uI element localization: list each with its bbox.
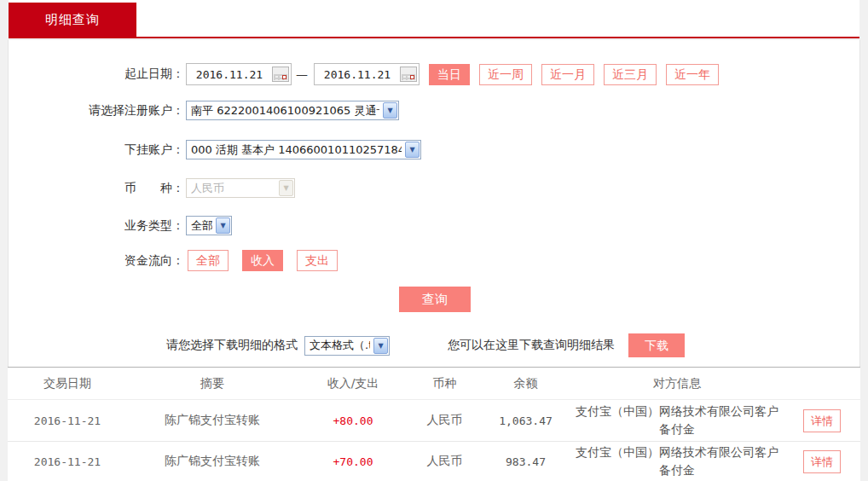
- cell-amount: +80.00: [298, 414, 408, 427]
- business-type-select[interactable]: 全部 ▼: [186, 216, 232, 235]
- header-counterparty: 对方信息: [570, 376, 784, 391]
- query-button[interactable]: 查询: [399, 287, 471, 312]
- currency-value: 人民币: [191, 181, 275, 196]
- download-hint-text: 您可以在这里下载查询明细结果: [448, 338, 615, 353]
- detail-button[interactable]: 详情: [803, 409, 841, 432]
- fund-flow-row: 资金流向： 全部 收入 支出: [9, 250, 338, 271]
- business-type-row: 业务类型： 全部 ▼: [9, 216, 232, 235]
- cell-currency: 人民币: [408, 454, 481, 469]
- tab-bar: 明细查询: [9, 0, 859, 38]
- currency-select: 人民币 ▼: [186, 178, 295, 198]
- sub-account-label: 下挂账户：: [9, 142, 184, 158]
- download-format-select[interactable]: 文本格式（.txt） ▼: [304, 336, 390, 356]
- results-table: 交易日期 摘要 收入/支出 币种 余额 对方信息 2016-11-21 陈广锦支…: [8, 367, 860, 481]
- currency-label: 币 种：: [9, 181, 184, 196]
- download-button[interactable]: 下载: [628, 333, 685, 357]
- sub-account-row: 下挂账户： 000 活期 基本户 1406600101102571848 ▼: [9, 140, 421, 159]
- cell-summary: 陈广锦支付宝转账: [127, 413, 298, 428]
- date-to-value: 2016.11.21: [315, 68, 400, 81]
- detail-query-page: 明细查询 起止日期： 2016.11.21 — 2016.11.21 当日 近一…: [0, 0, 868, 481]
- quick-range-3months-button[interactable]: 近三月: [604, 64, 657, 85]
- cell-amount: +70.00: [298, 455, 408, 468]
- dropdown-arrow-icon: ▼: [216, 217, 230, 234]
- calendar-icon[interactable]: [400, 67, 417, 82]
- detail-button[interactable]: 详情: [803, 450, 841, 473]
- register-account-value: 南平 6222001406100921065 灵通卡: [191, 103, 379, 119]
- quick-range-week-button[interactable]: 近一周: [479, 64, 532, 85]
- register-account-label: 请选择注册账户：: [9, 103, 184, 119]
- download-format-label: 请您选择下载明细的格式: [166, 338, 298, 353]
- cell-trade-date: 2016-11-21: [8, 414, 127, 427]
- register-account-select[interactable]: 南平 6222001406100921065 灵通卡 ▼: [186, 101, 399, 120]
- header-income-expense: 收入/支出: [298, 376, 408, 391]
- calendar-icon[interactable]: [272, 67, 289, 82]
- table-header-row: 交易日期 摘要 收入/支出 币种 余额 对方信息: [8, 368, 860, 400]
- flow-all-button[interactable]: 全部: [188, 250, 229, 271]
- date-separator: —: [296, 67, 308, 81]
- cell-currency: 人民币: [408, 413, 481, 428]
- dropdown-arrow-icon: ▼: [373, 338, 388, 354]
- sub-account-value: 000 活期 基本户 1406600101102571848: [191, 142, 402, 158]
- fund-flow-label: 资金流向：: [9, 253, 184, 269]
- business-type-label: 业务类型：: [9, 218, 184, 234]
- dropdown-arrow-icon: ▼: [279, 180, 293, 196]
- header-balance: 余额: [481, 376, 570, 391]
- download-row: 请您选择下载明细的格式 文本格式（.txt） ▼ 您可以在这里下载查询明细结果 …: [166, 333, 685, 357]
- cell-counterparty: 支付宝（中国）网络技术有限公司客户备付金: [570, 403, 784, 438]
- date-range-row: 起止日期： 2016.11.21 — 2016.11.21 当日 近一周 近一月…: [9, 63, 719, 85]
- date-range-label: 起止日期：: [9, 67, 184, 82]
- header-currency: 币种: [408, 376, 481, 391]
- business-type-value: 全部: [191, 218, 212, 234]
- quick-range-today-button[interactable]: 当日: [429, 64, 470, 85]
- table-row: 2016-11-21 陈广锦支付宝转账 +80.00 人民币 1,063.47 …: [8, 400, 860, 442]
- header-trade-date: 交易日期: [8, 376, 127, 391]
- download-format-value: 文本格式（.txt）: [310, 338, 370, 353]
- main-panel: 起止日期： 2016.11.21 — 2016.11.21 当日 近一周 近一月…: [8, 40, 860, 481]
- dropdown-arrow-icon: ▼: [383, 102, 397, 119]
- flow-expense-button[interactable]: 支出: [297, 250, 338, 271]
- cell-balance: 1,063.47: [481, 414, 570, 427]
- date-from-value: 2016.11.21: [187, 68, 272, 81]
- dropdown-arrow-icon: ▼: [405, 142, 420, 158]
- quick-range-year-button[interactable]: 近一年: [666, 64, 719, 85]
- cell-trade-date: 2016-11-21: [8, 455, 127, 468]
- date-from-input[interactable]: 2016.11.21: [186, 63, 292, 85]
- cell-summary: 陈广锦支付宝转账: [127, 454, 298, 469]
- quick-range-month-button[interactable]: 近一月: [541, 64, 594, 85]
- header-summary: 摘要: [127, 376, 298, 391]
- cell-balance: 983.47: [481, 455, 570, 468]
- cell-counterparty: 支付宝（中国）网络技术有限公司客户备付金: [570, 443, 784, 479]
- flow-income-button[interactable]: 收入: [242, 250, 283, 271]
- currency-row: 币 种： 人民币 ▼: [9, 178, 295, 198]
- tab-detail-query[interactable]: 明细查询: [9, 3, 136, 37]
- date-to-input[interactable]: 2016.11.21: [314, 63, 420, 85]
- sub-account-select[interactable]: 000 活期 基本户 1406600101102571848 ▼: [186, 140, 421, 159]
- table-row: 2016-11-21 陈广锦支付宝转账 +70.00 人民币 983.47 支付…: [8, 442, 860, 481]
- register-account-row: 请选择注册账户： 南平 6222001406100921065 灵通卡 ▼: [9, 101, 399, 120]
